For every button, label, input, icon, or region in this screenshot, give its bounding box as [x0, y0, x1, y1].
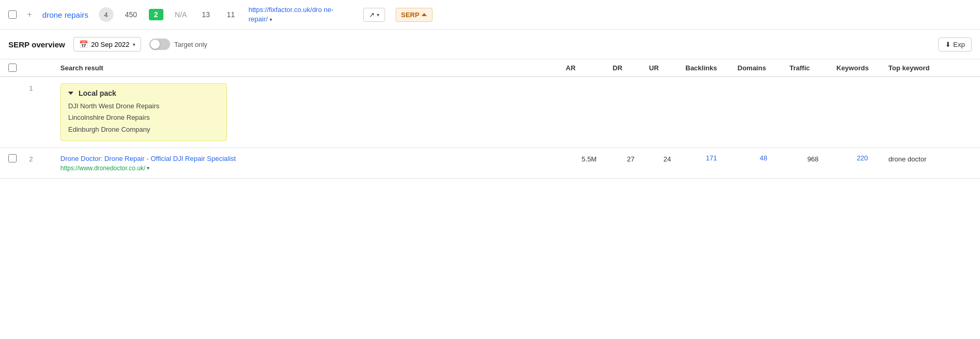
metric-13: 13 — [199, 10, 213, 19]
serp-overview-title: SERP overview — [8, 40, 65, 49]
top-row: + drone repairs 4 450 2 N/A 13 11 https:… — [0, 0, 980, 30]
row2-checkbox[interactable] — [8, 154, 17, 162]
table-row-1: 1 Local pack DJI North West Drone Repair… — [0, 77, 980, 147]
calendar-icon: 📅 — [79, 40, 88, 48]
export-button[interactable]: ⬇ Exp — [938, 37, 972, 52]
row2-ur: 24 — [649, 154, 685, 163]
local-pack-item-3: Edinburgh Drone Company — [68, 124, 219, 135]
row2-url-chevron[interactable]: ▾ — [147, 165, 149, 171]
col-backlinks-header[interactable]: Backlinks — [685, 64, 737, 72]
table-row-2: 2 Drone Doctor: Drone Repair - Official … — [0, 148, 980, 178]
trend-icon: ↗ — [369, 11, 375, 19]
row2-dr: 27 — [613, 154, 649, 163]
col-checkbox-header — [8, 64, 29, 72]
col-search-result-header[interactable]: Search result — [60, 64, 566, 72]
local-pack-expand-icon[interactable] — [68, 92, 73, 95]
serp-label: SERP — [401, 11, 419, 19]
row2-ar: 5.5M — [566, 154, 613, 163]
local-pack-box: Local pack DJI North West Drone Repairs … — [60, 83, 227, 141]
col-ar-header[interactable]: AR — [566, 64, 613, 72]
row2-domains[interactable]: 48 — [737, 154, 790, 162]
header-checkbox[interactable] — [8, 64, 17, 72]
target-only-toggle-wrap: Target only — [149, 39, 208, 50]
col-top-keyword-header[interactable]: Top keyword — [888, 64, 972, 72]
local-pack-header: Local pack — [68, 89, 219, 97]
serp-button[interactable]: SERP — [396, 8, 432, 22]
col-number-header — [29, 64, 60, 72]
row2-url-text: https://www.dronedoctor.co.uk/ — [60, 165, 145, 172]
keyword-link[interactable]: drone repairs — [42, 10, 88, 19]
badge-circle: 4 — [99, 7, 113, 22]
row2-url-link[interactable]: https://www.dronedoctor.co.uk/ ▾ — [60, 165, 566, 172]
col-traffic-header[interactable]: Traffic — [790, 64, 836, 72]
local-pack-title: Local pack — [79, 89, 116, 97]
row2-content: Drone Doctor: Drone Repair - Official DJ… — [60, 154, 566, 172]
trend-chevron: ▾ — [377, 12, 379, 18]
row2-number: 2 — [29, 154, 60, 163]
date-label: 20 Sep 2022 — [91, 41, 130, 48]
date-chevron-icon: ▾ — [133, 42, 135, 47]
row2-checkbox-cell — [8, 154, 29, 164]
row2-keywords[interactable]: 220 — [836, 154, 888, 162]
top-row-checkbox[interactable] — [8, 10, 17, 19]
row2-top-keyword: drone doctor — [888, 154, 972, 163]
col-keywords-header[interactable]: Keywords — [836, 64, 888, 72]
row2-backlinks[interactable]: 171 — [685, 154, 737, 162]
metric-450: 450 — [124, 10, 138, 19]
col-ur-header[interactable]: UR — [649, 64, 685, 72]
metric-na: N/A — [174, 10, 188, 19]
table-row-drone-doctor: 2 Drone Doctor: Drone Repair - Official … — [0, 148, 980, 179]
date-picker-button[interactable]: 📅 20 Sep 2022 ▾ — [73, 37, 141, 52]
serp-chevron-icon — [422, 13, 427, 16]
table-row-local-pack: 1 Local pack DJI North West Drone Repair… — [0, 77, 980, 147]
row1-content: Local pack DJI North West Drone Repairs … — [60, 83, 566, 141]
local-pack-item-2: Lincolnshire Drone Repairs — [68, 112, 219, 123]
table-header: Search result AR DR UR Backlinks Domains… — [0, 59, 980, 77]
toggle-knob — [150, 40, 160, 49]
row2-traffic: 968 — [790, 154, 836, 163]
export-icon: ⬇ — [945, 41, 951, 48]
target-only-toggle[interactable] — [149, 39, 170, 50]
target-only-label: Target only — [174, 41, 208, 48]
top-row-url[interactable]: https://fixfactor.co.uk/dro ne-repair/ ▾ — [249, 5, 353, 24]
metric-11: 11 — [224, 10, 238, 19]
serp-overview-bar: SERP overview 📅 20 Sep 2022 ▾ Target onl… — [0, 30, 980, 59]
col-domains-header[interactable]: Domains — [737, 64, 790, 72]
row1-number: 1 — [29, 83, 60, 92]
col-dr-header[interactable]: DR — [613, 64, 649, 72]
export-label: Exp — [953, 41, 965, 48]
trend-button[interactable]: ↗ ▾ — [363, 8, 385, 22]
local-pack-item-1: DJI North West Drone Repairs — [68, 101, 219, 112]
add-icon[interactable]: + — [27, 10, 32, 19]
row2-title-link[interactable]: Drone Doctor: Drone Repair - Official DJ… — [60, 154, 566, 164]
badge-green: 2 — [149, 9, 163, 20]
